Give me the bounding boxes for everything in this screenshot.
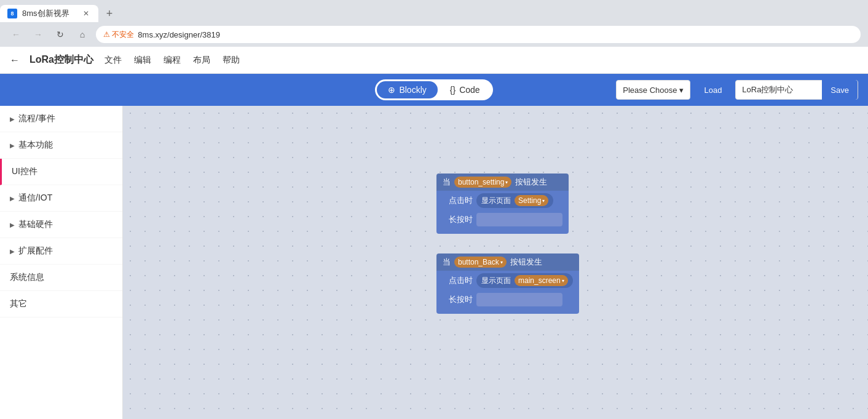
code-icon: {} (450, 85, 456, 95)
dropdown-arrow-icon: ▾ (562, 278, 564, 284)
active-tab[interactable]: 8 8ms创新视界 ✕ (0, 5, 98, 22)
arrow-icon: ▶ (10, 248, 15, 255)
tab-close-button[interactable]: ✕ (81, 9, 91, 18)
menu-edit[interactable]: 编辑 (133, 52, 152, 68)
forward-button[interactable]: → (30, 26, 47, 43)
sidebar-item-extensions[interactable]: ▶ 扩展配件 (0, 238, 122, 265)
block1-display-label: 显示页面 (481, 196, 511, 206)
sidebar-item-label: 通信/IOT (18, 193, 52, 204)
dropdown-arrow-icon: ▾ (542, 198, 545, 204)
app-menu: 文件 编辑 编程 布局 帮助 (103, 52, 241, 68)
new-tab-button[interactable]: + (101, 5, 118, 22)
block-group-2: 当 button_Back ▾ 按钮发生 点击时 显示页面 main_scree… (436, 253, 579, 314)
url-text: 8ms.xyz/designer/3819 (138, 30, 220, 39)
sidebar-item-label: 基础硬件 (18, 219, 53, 230)
tab-bar: 8 8ms创新视界 ✕ + (0, 0, 868, 22)
back-button[interactable]: ← (7, 26, 25, 43)
block2-page-dropdown[interactable]: main_screen ▾ (515, 275, 568, 286)
block2-button-dropdown[interactable]: button_Back ▾ (454, 257, 507, 268)
url-bar[interactable]: ⚠ 不安全 8ms.xyz/designer/3819 (96, 26, 861, 43)
browser-chrome: 8 8ms创新视界 ✕ + ← → ↻ ⌂ ⚠ 不安全 8ms.xyz/desi… (0, 0, 868, 47)
block2-trigger-label: 按钮发生 (510, 257, 542, 268)
block1-page-value: Setting (518, 196, 541, 205)
choose-arrow-icon: ▾ (679, 86, 684, 95)
block2-click-label: 点击时 (449, 275, 473, 286)
menu-file[interactable]: 文件 (103, 52, 123, 68)
block1-when-label: 当 (443, 177, 451, 188)
reload-button[interactable]: ↻ (52, 26, 69, 43)
sidebar-item-iot[interactable]: ▶ 通信/IOT (0, 185, 122, 212)
arrow-icon: ▶ (10, 142, 15, 149)
menu-help[interactable]: 帮助 (221, 52, 241, 68)
tab-label: 8ms创新视界 (22, 8, 69, 19)
block1-page-dropdown[interactable]: Setting ▾ (515, 195, 548, 206)
save-area: Save (735, 80, 858, 100)
main-layout: ▶ 流程/事件 ▶ 基本功能 UI控件 ▶ 通信/IOT ▶ 基础硬件 ▶ 扩展… (0, 106, 868, 419)
toolbar: ⊕ Blockly {} Code Please Choose ▾ Load S… (0, 74, 868, 106)
sidebar-item-hardware[interactable]: ▶ 基础硬件 (0, 212, 122, 238)
blockly-mode-button[interactable]: ⊕ Blockly (377, 81, 437, 98)
menu-layout[interactable]: 布局 (192, 52, 211, 68)
sidebar-item-label: 其它 (10, 298, 27, 309)
sidebar-item-other[interactable]: 其它 (0, 291, 122, 317)
sidebar-item-sysinfo[interactable]: 系统信息 (0, 265, 122, 291)
arrow-icon: ▶ (10, 221, 15, 228)
blockly-icon: ⊕ (388, 85, 395, 95)
save-name-input[interactable] (736, 86, 822, 95)
sidebar-item-label: 系统信息 (10, 272, 44, 283)
blockly-canvas[interactable]: 当 button_setting ▾ 按钮发生 点击时 显示页面 Setting… (123, 106, 868, 419)
arrow-icon: ▶ (10, 195, 15, 202)
block2-button-label: button_Back (458, 258, 499, 266)
app-back-button[interactable]: ← (10, 55, 20, 66)
dropdown-arrow-icon: ▾ (500, 260, 503, 265)
block1-button-dropdown[interactable]: button_setting ▾ (454, 177, 511, 188)
dropdown-arrow-icon: ▾ (505, 180, 508, 185)
app-title: LoRa控制中心 (30, 54, 93, 66)
arrow-icon: ▶ (10, 116, 15, 122)
block1-longpress-label: 长按时 (449, 214, 473, 225)
app-bar: ← LoRa控制中心 文件 编辑 编程 布局 帮助 (0, 47, 868, 74)
choose-dropdown[interactable]: Please Choose ▾ (616, 80, 690, 100)
code-mode-button[interactable]: {} Code (439, 81, 491, 98)
block1-trigger-label: 按钮发生 (515, 177, 547, 188)
block2-page-value: main_screen (518, 276, 561, 285)
sidebar-item-events[interactable]: ▶ 流程/事件 (0, 106, 122, 132)
tab-favicon: 8 (7, 9, 17, 18)
block1-button-label: button_setting (458, 178, 504, 186)
block2-longpress-label: 长按时 (449, 294, 473, 305)
choose-label: Please Choose (623, 86, 677, 95)
blockly-label: Blockly (399, 85, 426, 95)
block2-when-label: 当 (443, 257, 451, 268)
address-bar: ← → ↻ ⌂ ⚠ 不安全 8ms.xyz/designer/3819 (0, 22, 868, 47)
block-group-1: 当 button_setting ▾ 按钮发生 点击时 显示页面 Setting… (436, 174, 569, 234)
sidebar: ▶ 流程/事件 ▶ 基本功能 UI控件 ▶ 通信/IOT ▶ 基础硬件 ▶ 扩展… (0, 106, 123, 419)
code-label: Code (459, 85, 479, 95)
mode-toggle: ⊕ Blockly {} Code (375, 79, 492, 100)
block1-click-label: 点击时 (449, 195, 473, 206)
block2-display-label: 显示页面 (481, 276, 511, 286)
toolbar-right: Please Choose ▾ Load Save (616, 80, 858, 100)
save-button[interactable]: Save (822, 80, 858, 100)
sidebar-item-basic[interactable]: ▶ 基本功能 (0, 132, 122, 159)
sidebar-item-label: 流程/事件 (18, 113, 55, 124)
home-button[interactable]: ⌂ (74, 26, 91, 43)
sidebar-item-label: UI控件 (12, 166, 37, 177)
sidebar-item-ui[interactable]: UI控件 (0, 159, 122, 185)
menu-program[interactable]: 编程 (162, 52, 182, 68)
sidebar-item-label: 基本功能 (18, 140, 53, 151)
sidebar-item-label: 扩展配件 (18, 245, 53, 257)
url-warning: ⚠ 不安全 (103, 30, 134, 40)
load-button[interactable]: Load (695, 80, 730, 100)
